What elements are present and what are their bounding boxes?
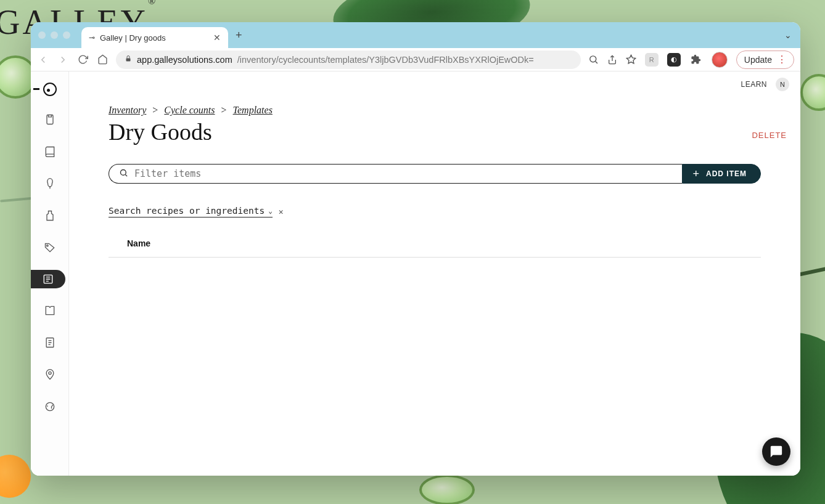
svg-point-1 — [590, 56, 596, 62]
zoom-icon[interactable] — [588, 54, 599, 65]
tab-favicon-icon: ⊸ — [89, 33, 95, 42]
svg-point-5 — [46, 245, 48, 246]
chat-fab[interactable] — [762, 437, 790, 466]
sidebar-item-menus[interactable] — [40, 397, 60, 417]
add-item-label: ADD ITEM — [706, 169, 747, 178]
profile-avatar-icon[interactable] — [712, 52, 728, 68]
search-icon — [119, 168, 128, 180]
user-avatar-letter: N — [780, 81, 785, 88]
sidebar-item-tags[interactable] — [40, 238, 60, 258]
svg-marker-3 — [626, 55, 635, 63]
add-item-button[interactable]: + ADD ITEM — [682, 164, 761, 184]
tab-title: Galley | Dry goods — [100, 33, 208, 43]
column-name: Name — [127, 238, 150, 248]
svg-rect-4 — [47, 115, 53, 124]
filter-input[interactable] — [134, 168, 672, 179]
page-title: Dry Goods — [109, 118, 761, 145]
bg-cucumber-3 — [800, 74, 825, 111]
breadcrumb: Inventory > Cycle counts > Templates — [109, 105, 761, 116]
extension-1-icon[interactable]: R — [645, 53, 659, 67]
chevron-down-icon: ⌄ — [268, 207, 273, 215]
browser-tab[interactable]: ⊸ Galley | Dry goods ✕ — [81, 27, 228, 48]
window-minimize-icon[interactable] — [51, 31, 58, 39]
new-tab-button[interactable]: + — [236, 29, 242, 42]
plus-icon: + — [692, 168, 700, 181]
menu-dots-icon[interactable]: ⋮ — [777, 54, 786, 65]
breadcrumb-inventory[interactable]: Inventory — [109, 105, 146, 115]
extensions-menu-icon[interactable] — [689, 53, 703, 67]
filter-row: + ADD ITEM — [109, 164, 761, 184]
app-body: LEARN N Inventory > Cycle counts > Templ… — [31, 71, 800, 476]
forward-button[interactable] — [57, 54, 69, 65]
sidebar-item-recipes[interactable] — [40, 142, 60, 161]
reload-button[interactable] — [76, 54, 89, 65]
sidebar-item-packaging[interactable] — [40, 206, 60, 226]
browser-toolbar: app.galleysolutions.com/inventory/cyclec… — [31, 48, 800, 71]
delete-button[interactable]: DELETE — [752, 131, 787, 140]
filter-input-wrap[interactable] — [109, 164, 682, 184]
window-close-icon[interactable] — [38, 31, 46, 39]
table-header: Name — [109, 238, 761, 258]
main-content: LEARN N Inventory > Cycle counts > Templ… — [69, 71, 800, 476]
sidebar — [31, 71, 69, 476]
sidebar-item-locations[interactable] — [40, 365, 60, 384]
breadcrumb-cycle-counts[interactable]: Cycle counts — [164, 105, 215, 115]
extension-2-icon[interactable]: ◐ — [667, 53, 681, 67]
sidebar-item-reports[interactable] — [40, 333, 60, 352]
svg-rect-0 — [126, 59, 131, 62]
search-scope-label: Search recipes or ingredients — [109, 206, 265, 216]
url-domain: app.galleysolutions.com — [137, 55, 232, 65]
search-filter-row: Search recipes or ingredients ⌄ ✕ — [109, 206, 761, 217]
update-label: Update — [744, 55, 772, 65]
home-button[interactable] — [96, 54, 109, 65]
lock-icon — [125, 55, 132, 64]
address-bar[interactable]: app.galleysolutions.com/inventory/cyclec… — [116, 51, 581, 69]
app-topbar: LEARN N — [741, 78, 789, 91]
back-button[interactable] — [37, 54, 49, 65]
sidebar-item-orders[interactable] — [40, 110, 60, 129]
bookmark-icon[interactable] — [626, 54, 636, 65]
breadcrumb-sep: > — [221, 105, 227, 115]
desktop-background: GALLEY® ⊸ Galley | Dry goods ✕ + ⌄ — [0, 0, 825, 504]
tabs-menu-icon[interactable]: ⌄ — [784, 30, 792, 40]
bg-cucumber-2 — [419, 474, 475, 504]
sidebar-item-library[interactable] — [40, 301, 60, 320]
tab-close-icon[interactable]: ✕ — [213, 33, 221, 43]
svg-point-10 — [121, 169, 126, 175]
window-controls[interactable] — [38, 31, 70, 39]
window-zoom-icon[interactable] — [63, 31, 70, 39]
svg-point-8 — [48, 372, 51, 374]
browser-tabstrip: ⊸ Galley | Dry goods ✕ + ⌄ — [31, 22, 800, 48]
update-button[interactable]: Update ⋮ — [736, 51, 794, 69]
learn-link[interactable]: LEARN — [741, 80, 767, 89]
bg-orange — [0, 455, 31, 498]
sidebar-item-inventory[interactable] — [31, 270, 65, 288]
breadcrumb-templates[interactable]: Templates — [233, 105, 273, 115]
url-path: /inventory/cyclecounts/templates/Y3ljbGV… — [237, 55, 534, 65]
chat-icon — [770, 445, 783, 458]
clear-filter-icon[interactable]: ✕ — [279, 207, 284, 216]
user-avatar[interactable]: N — [776, 78, 789, 91]
browser-window: ⊸ Galley | Dry goods ✕ + ⌄ — [31, 22, 800, 476]
sidebar-item-ingredients[interactable] — [40, 174, 60, 193]
share-icon[interactable] — [607, 55, 617, 65]
app-logo-icon[interactable] — [39, 81, 60, 97]
breadcrumb-sep: > — [152, 105, 158, 115]
search-scope-dropdown[interactable]: Search recipes or ingredients ⌄ — [109, 206, 273, 217]
